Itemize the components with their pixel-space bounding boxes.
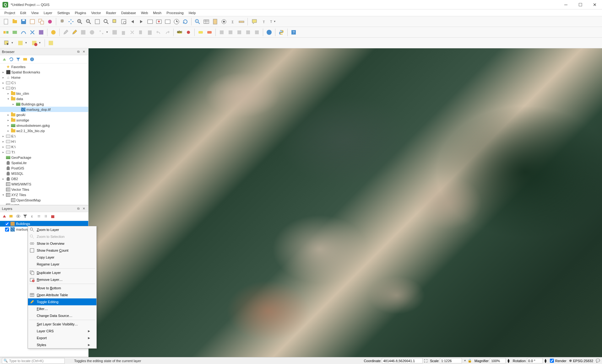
add-feature-button[interactable] <box>88 28 96 36</box>
label-toolbar-btn4[interactable] <box>205 28 214 36</box>
browser-item[interactable]: ▸C:\ <box>0 80 88 85</box>
menu-plugins[interactable]: Plugins <box>72 10 89 15</box>
rotation-input[interactable] <box>527 358 543 363</box>
browser-item[interactable]: PostGIS <box>0 165 88 171</box>
select-by-value-button[interactable]: ▼ <box>16 39 29 47</box>
magnifier-input[interactable] <box>490 358 506 363</box>
metasearch-button[interactable] <box>265 28 273 36</box>
cut-features-button[interactable] <box>128 28 136 36</box>
browser-item[interactable]: WCS <box>0 203 88 205</box>
menu-view[interactable]: View <box>29 10 41 15</box>
attribute-table-button[interactable] <box>202 18 210 26</box>
new-virtual-layer-button[interactable] <box>37 28 45 36</box>
expander-icon[interactable]: ▸ <box>1 135 5 138</box>
layers-filter-icon[interactable] <box>22 213 28 219</box>
expander-icon[interactable]: ▸ <box>1 145 5 148</box>
extra-btn5[interactable] <box>253 28 261 36</box>
layers-style-icon[interactable] <box>1 213 8 219</box>
extra-btn1[interactable] <box>218 28 226 36</box>
layers-expand-icon[interactable] <box>36 213 42 219</box>
browser-item[interactable]: ▸⬛Spatial Bookmarks <box>0 69 88 75</box>
zoom-to-layer-button[interactable] <box>120 18 128 26</box>
manage-map-themes-button[interactable] <box>49 28 57 36</box>
expander-icon[interactable]: ▾ <box>1 87 5 90</box>
menu-edit[interactable]: Edit <box>18 10 29 15</box>
scale-dropdown-icon[interactable]: ▼ <box>464 359 466 362</box>
style-manager-button[interactable] <box>46 18 54 26</box>
expander-icon[interactable]: ▸ <box>1 140 5 143</box>
field-calculator-button[interactable] <box>211 18 219 26</box>
context-menu-item[interactable]: Styles▶ <box>28 341 96 348</box>
layers-undock-icon[interactable]: ⧉ <box>76 206 81 211</box>
label-toolbar-btn2[interactable] <box>184 28 193 36</box>
context-menu-item[interactable]: Move to Bottom <box>28 285 96 292</box>
label-toolbar-btn3[interactable] <box>197 28 205 36</box>
refresh-button[interactable] <box>181 18 189 26</box>
menu-processing[interactable]: Processing <box>164 10 186 15</box>
rotation-spinner-icon[interactable]: ▲▼ <box>544 359 547 363</box>
new-map-view-button[interactable] <box>146 18 154 26</box>
menu-project[interactable]: Project <box>2 10 18 15</box>
zoom-full-button[interactable] <box>102 18 110 26</box>
zoom-next-button[interactable] <box>137 18 145 26</box>
browser-tree[interactable]: ★Favorites▸⬛Spatial Bookmarks▸⌂Home▸C:\▾… <box>0 63 88 205</box>
context-menu-item[interactable]: Copy Layer <box>28 254 96 261</box>
layers-panel-header[interactable]: Layers ⧉ ✕ <box>0 205 88 212</box>
context-menu-item[interactable]: Show Feature Count <box>28 247 96 254</box>
expander-icon[interactable]: ▸ <box>1 177 5 180</box>
identify-button[interactable]: i <box>193 18 202 26</box>
expander-icon[interactable]: ▸ <box>6 129 10 132</box>
messages-icon[interactable]: 💬 <box>596 359 600 363</box>
expander-icon[interactable]: ▸ <box>1 81 5 84</box>
scale-input[interactable] <box>440 358 462 363</box>
menu-mesh[interactable]: Mesh <box>150 10 164 15</box>
context-menu-item[interactable]: Toggle Editing <box>28 298 96 305</box>
map-canvas[interactable] <box>89 48 602 357</box>
context-menu-item[interactable]: Export▶ <box>28 335 96 341</box>
layout-manager-button[interactable] <box>37 18 45 26</box>
close-button[interactable]: ✕ <box>588 0 602 9</box>
menu-raster[interactable]: Raster <box>103 10 118 15</box>
zoom-in-button[interactable] <box>76 18 84 26</box>
layers-expression-icon[interactable]: ε <box>29 213 35 219</box>
browser-item[interactable]: ▸streuobstwiesen.gpkg <box>0 123 88 128</box>
browser-item[interactable]: ▸DB2 <box>0 176 88 181</box>
extra-btn2[interactable] <box>226 28 235 36</box>
context-menu-item[interactable]: Change Data Source… <box>28 312 96 319</box>
deselect-button[interactable]: ▼ <box>30 39 43 47</box>
toggle-editing-button[interactable] <box>70 28 79 36</box>
open-project-button[interactable] <box>11 18 19 26</box>
annotation-button[interactable]: T▼ <box>268 18 278 26</box>
layers-close-icon[interactable]: ✕ <box>81 206 86 211</box>
magnifier-spinner-icon[interactable]: ▲▼ <box>507 359 510 363</box>
zoom-to-selection-button[interactable] <box>111 18 119 26</box>
new-annotation-button[interactable]: T <box>260 18 268 26</box>
menu-settings[interactable]: Settings <box>55 10 72 15</box>
lock-scale-icon[interactable]: 🔒 <box>468 359 472 363</box>
browser-undock-icon[interactable]: ⧉ <box>76 49 81 54</box>
context-menu-item[interactable]: Set Layer Scale Visibility… <box>28 321 96 328</box>
help-button[interactable]: ? <box>290 28 298 36</box>
layers-visibility-icon[interactable] <box>15 213 21 219</box>
maximize-button[interactable]: ☐ <box>573 0 588 9</box>
zoom-native-button[interactable] <box>93 18 101 26</box>
vertex-tool-button[interactable]: ▼ <box>97 28 110 36</box>
browser-item[interactable]: marburg_dop.tif <box>0 107 88 112</box>
new-print-layout-button[interactable] <box>28 18 36 26</box>
context-menu-item[interactable]: Open Attribute Table <box>28 292 96 298</box>
new-shapefile-button[interactable] <box>19 28 28 36</box>
browser-item[interactable]: ▾XYZ Tiles <box>0 192 88 197</box>
browser-item[interactable]: SpatiaLite <box>0 160 88 165</box>
expander-icon[interactable]: ▸ <box>1 151 5 154</box>
expander-icon[interactable]: ▸ <box>6 113 10 116</box>
expander-icon[interactable]: ▾ <box>1 193 5 196</box>
browser-item[interactable]: Vector Tiles <box>0 187 88 192</box>
extra-btn4[interactable] <box>244 28 252 36</box>
browser-item[interactable]: ▸wc2.1_30s_bio.zip <box>0 128 88 133</box>
save-project-button[interactable] <box>19 18 28 26</box>
browser-item[interactable]: ★Favorites <box>0 64 88 69</box>
browser-add-icon[interactable] <box>1 56 8 62</box>
context-menu-item[interactable]: Duplicate Layer <box>28 269 96 276</box>
context-menu-item[interactable]: Layer CRS▶ <box>28 328 96 335</box>
crs-icon[interactable]: ⊕ <box>569 359 572 363</box>
